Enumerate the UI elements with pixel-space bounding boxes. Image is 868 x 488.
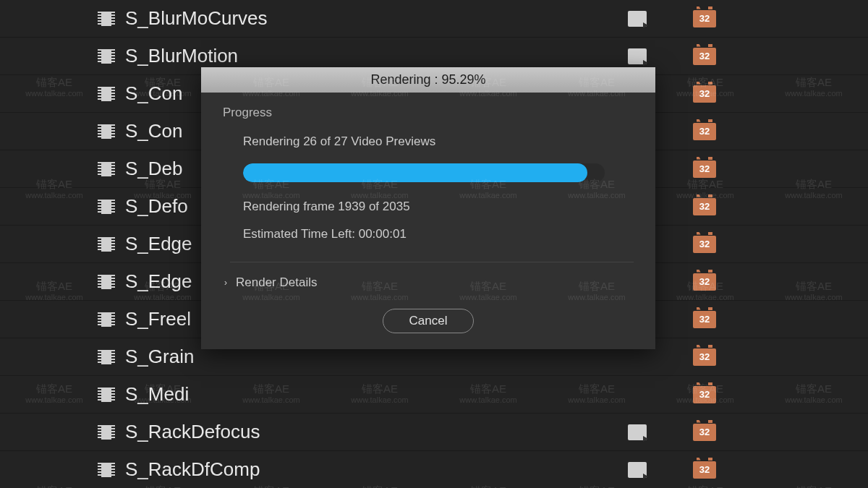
effect-list-row[interactable]: S_BlurMoCurves32 [0, 0, 868, 38]
row-right-icons: 32 [628, 461, 868, 479]
bit-depth-badge: 32 [693, 424, 716, 441]
bit-depth-badge: 32 [693, 123, 716, 140]
bit-depth-badge: 32 [693, 160, 716, 178]
dialog-body: Progress Rendering 26 of 27 Video Previe… [201, 93, 655, 304]
bit-depth-badge: 32 [693, 48, 716, 65]
film-icon [98, 350, 115, 364]
effect-label: S_BlurMoCurves [125, 7, 628, 30]
effect-label: S_RackDefocus [125, 421, 628, 443]
film-icon [98, 237, 115, 252]
row-right-icons: 32 [628, 85, 868, 103]
chevron-right-icon: › [224, 278, 227, 288]
bit-depth-badge: 32 [693, 311, 716, 328]
effect-label: S_Medi [125, 383, 628, 406]
cancel-button[interactable]: Cancel [383, 309, 475, 333]
row-right-icons: 32 [628, 236, 868, 253]
row-right-icons: 32 [628, 311, 868, 328]
film-icon [98, 388, 115, 402]
row-right-icons: 32 [628, 160, 868, 178]
film-icon [98, 200, 115, 214]
rendering-dialog: Rendering : 95.29% Progress Rendering 26… [201, 67, 655, 349]
film-icon [98, 312, 115, 327]
effect-label: S_BlurMotion [125, 45, 628, 67]
progress-section-label: Progress [223, 106, 634, 120]
render-details-label: Render Details [236, 275, 317, 290]
film-icon [98, 162, 115, 176]
film-icon [98, 12, 115, 26]
film-icon [98, 425, 115, 440]
bit-depth-badge: 32 [693, 273, 716, 291]
row-right-icons: 32 [628, 10, 868, 27]
row-right-icons: 32 [628, 198, 868, 215]
row-right-icons: 32 [628, 424, 868, 441]
row-right-icons: 32 [628, 123, 868, 140]
preset-play-icon [628, 462, 647, 478]
progress-bar-track [243, 163, 605, 182]
row-right-icons: 32 [628, 273, 868, 291]
preset-play-icon [628, 11, 647, 27]
film-icon [98, 49, 115, 64]
row-right-icons: 32 [628, 48, 868, 65]
effect-list-row[interactable]: S_Medi32 [0, 376, 868, 414]
dialog-title: Rendering : 95.29% [201, 67, 655, 93]
preset-play-icon [628, 424, 647, 440]
effect-list-row[interactable]: S_RackDfComp32 [0, 451, 868, 488]
effect-label: S_RackDfComp [125, 458, 628, 481]
bit-depth-badge: 32 [693, 198, 716, 215]
bit-depth-badge: 32 [693, 348, 716, 366]
film-icon [98, 87, 115, 101]
film-icon [98, 463, 115, 477]
effect-list-row[interactable]: S_RackDefocus32 [0, 414, 868, 451]
bit-depth-badge: 32 [693, 85, 716, 103]
row-right-icons: 32 [628, 348, 868, 366]
film-icon [98, 124, 115, 139]
bit-depth-badge: 32 [693, 386, 716, 403]
bit-depth-badge: 32 [693, 10, 716, 27]
bit-depth-badge: 32 [693, 236, 716, 253]
time-left-text: Estimated Time Left: 00:00:01 [243, 227, 634, 241]
progress-bar-fill [243, 163, 587, 182]
preset-play-icon [628, 48, 647, 64]
render-details-toggle[interactable]: › Render Details [224, 275, 634, 290]
frame-status-text: Rendering frame 1939 of 2035 [243, 200, 634, 214]
film-icon [98, 275, 115, 289]
progress-status-text: Rendering 26 of 27 Video Previews [243, 134, 634, 149]
bit-depth-badge: 32 [693, 461, 716, 479]
row-right-icons: 32 [628, 386, 868, 403]
